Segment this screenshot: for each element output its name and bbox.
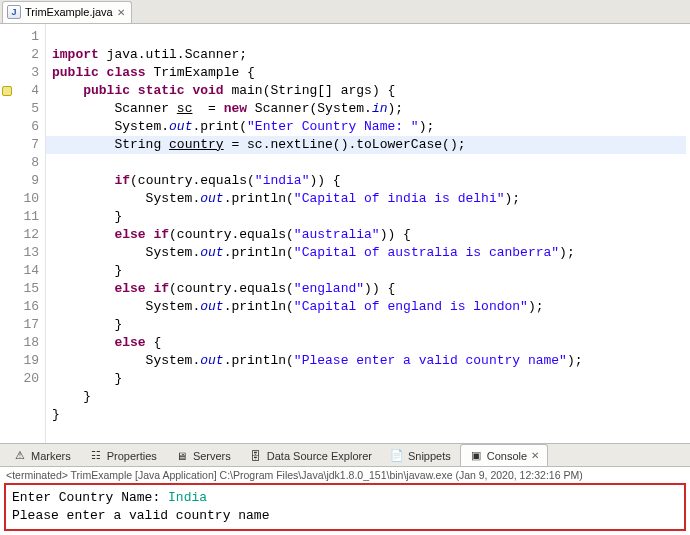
snippets-icon: 📄: [390, 449, 404, 463]
java-file-icon: J: [7, 5, 21, 19]
close-icon[interactable]: ✕: [117, 7, 125, 18]
markers-icon: ⚠: [13, 449, 27, 463]
tab-console[interactable]: ▣ Console ✕: [460, 444, 548, 466]
console-line: Enter Country Name: India: [12, 490, 207, 505]
line-number-gutter: 1 2 3 4 5 6 7 8 9 10 11 12 13 14 15 16 1…: [14, 24, 46, 443]
console-line: Please enter a valid country name: [12, 508, 269, 523]
tab-snippets[interactable]: 📄 Snippets: [381, 444, 460, 466]
close-icon[interactable]: ✕: [531, 450, 539, 461]
bottom-panel-tabs: ⚠ Markers ☷ Properties 🖥 Servers 🗄 Data …: [0, 443, 690, 467]
marker-bar: [0, 24, 14, 443]
editor-tab-trimexample[interactable]: J TrimExample.java ✕: [2, 1, 132, 23]
warning-icon: [2, 86, 12, 96]
tab-properties[interactable]: ☷ Properties: [80, 444, 166, 466]
data-source-icon: 🗄: [249, 449, 263, 463]
code-editor[interactable]: 1 2 3 4 5 6 7 8 9 10 11 12 13 14 15 16 1…: [0, 24, 690, 443]
properties-icon: ☷: [89, 449, 103, 463]
console-icon: ▣: [469, 449, 483, 463]
console-status: <terminated> TrimExample [Java Applicati…: [0, 467, 690, 481]
editor-tab-label: TrimExample.java: [25, 6, 113, 18]
tab-markers[interactable]: ⚠ Markers: [4, 444, 80, 466]
editor-tabs: J TrimExample.java ✕: [0, 0, 690, 24]
tab-servers[interactable]: 🖥 Servers: [166, 444, 240, 466]
console-output[interactable]: Enter Country Name: India Please enter a…: [4, 483, 686, 531]
code-content[interactable]: import java.util.Scanner; public class T…: [46, 24, 690, 443]
tab-data-source-explorer[interactable]: 🗄 Data Source Explorer: [240, 444, 381, 466]
servers-icon: 🖥: [175, 449, 189, 463]
